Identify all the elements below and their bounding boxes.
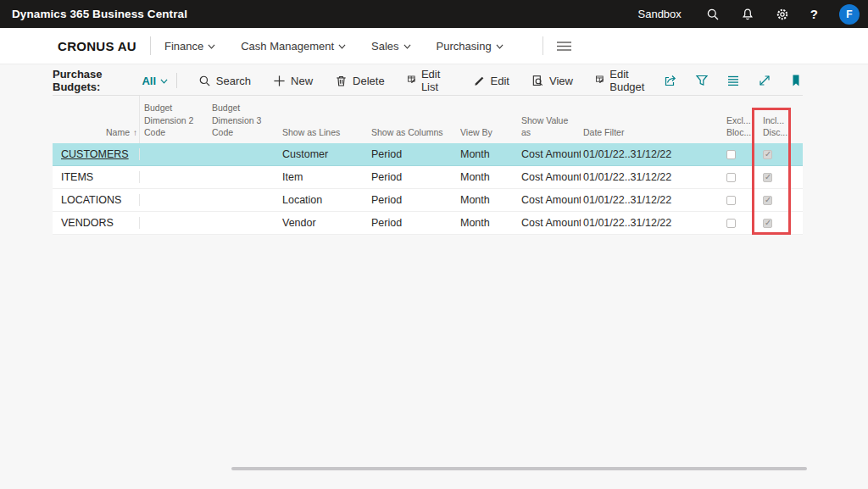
cell-date-filter: 01/01/22..31/12/22 bbox=[581, 171, 716, 183]
edit-list-button[interactable]: Edit List bbox=[407, 68, 451, 93]
chevron-down-icon bbox=[208, 44, 215, 49]
nav-menu-finance[interactable]: Finance bbox=[164, 40, 215, 53]
column-header-show-as-lines[interactable]: Show as Lines bbox=[280, 96, 369, 143]
horizontal-scrollbar[interactable] bbox=[231, 467, 807, 470]
edit-budget-button[interactable]: Edit Budget bbox=[595, 68, 653, 93]
navbar: CRONUS AU Finance Cash Management Sales … bbox=[0, 28, 868, 64]
incl-disc-checkbox[interactable] bbox=[763, 173, 772, 182]
table-row[interactable]: CUSTOMERS ⋮ Customer Period Month Cost A… bbox=[53, 143, 803, 166]
cell-date-filter: 01/01/22..31/12/22 bbox=[581, 148, 716, 160]
cell-show-as-lines: Item bbox=[280, 171, 369, 183]
cell-view-by: Month bbox=[458, 171, 519, 183]
cell-view-by: Month bbox=[458, 217, 519, 229]
excl-blocked-checkbox[interactable] bbox=[726, 150, 736, 159]
topbar: Dynamics 365 Business Central Sandbox ? … bbox=[0, 0, 868, 28]
incl-disc-checkbox[interactable] bbox=[763, 219, 772, 228]
table-row[interactable]: LOCATIONS Location Period Month Cost Amo… bbox=[53, 189, 803, 212]
sort-ascending-icon: ↑ bbox=[133, 127, 137, 139]
column-header-show-as-columns[interactable]: Show as Columns bbox=[369, 96, 458, 143]
cell-view-by: Month bbox=[458, 194, 519, 206]
app-title: Dynamics 365 Business Central bbox=[12, 8, 187, 20]
company-name[interactable]: CRONUS AU bbox=[58, 39, 136, 53]
edit-button[interactable]: Edit bbox=[473, 75, 509, 87]
table-pencil-icon bbox=[595, 75, 604, 87]
cell-date-filter: 01/01/22..31/12/22 bbox=[581, 194, 716, 206]
topbar-actions: Sandbox ? F bbox=[638, 4, 860, 25]
delete-button[interactable]: Delete bbox=[335, 75, 385, 87]
cell-date-filter: 01/01/22..31/12/22 bbox=[581, 217, 716, 229]
settings-gear-icon[interactable] bbox=[776, 8, 789, 21]
table-pencil-icon bbox=[407, 75, 416, 87]
column-header-name[interactable]: Name ↑ bbox=[53, 96, 140, 143]
user-avatar[interactable]: F bbox=[839, 4, 860, 25]
cell-show-value-as: Cost Amount bbox=[519, 148, 581, 160]
search-button[interactable]: Search bbox=[198, 75, 251, 87]
help-icon[interactable]: ? bbox=[810, 7, 818, 21]
cell-show-value-as: Cost Amount bbox=[519, 217, 581, 229]
list-details-icon[interactable] bbox=[726, 74, 740, 87]
toolbar-divider bbox=[176, 73, 177, 88]
filter-icon[interactable] bbox=[695, 74, 709, 87]
row-name-link[interactable]: VENDORS bbox=[61, 217, 114, 229]
nav-menu-purchasing[interactable]: Purchasing bbox=[437, 40, 504, 53]
cell-show-as-columns: Period bbox=[369, 217, 458, 229]
search-icon bbox=[198, 75, 211, 87]
document-magnifier-icon bbox=[531, 75, 544, 87]
more-menu-hamburger-icon[interactable] bbox=[557, 41, 571, 52]
row-name-link[interactable]: LOCATIONS bbox=[61, 194, 121, 206]
purchase-budgets-table: Name ↑ BudgetDimension 2Code BudgetDimen… bbox=[53, 95, 803, 235]
cell-show-as-columns: Period bbox=[369, 148, 458, 160]
ellipsis-menu-icon[interactable]: ⋮ bbox=[139, 148, 140, 160]
chevron-down-icon bbox=[496, 44, 504, 49]
share-icon[interactable] bbox=[664, 74, 677, 87]
cell-show-as-lines: Location bbox=[280, 194, 369, 206]
nav-divider bbox=[542, 36, 543, 55]
nav-menu-sales[interactable]: Sales bbox=[371, 40, 411, 53]
table-row[interactable]: ITEMS Item Period Month Cost Amount 01/0… bbox=[53, 166, 803, 189]
new-button[interactable]: New bbox=[273, 75, 313, 87]
row-name-link[interactable]: CUSTOMERS bbox=[61, 148, 129, 160]
chevron-down-icon bbox=[403, 44, 411, 49]
chevron-down-icon bbox=[160, 79, 168, 84]
nav-menu-cash-management[interactable]: Cash Management bbox=[241, 40, 346, 53]
expand-fullscreen-icon[interactable] bbox=[758, 74, 771, 87]
search-icon[interactable] bbox=[706, 8, 720, 21]
cell-show-value-as: Cost Amount bbox=[519, 194, 581, 206]
cell-show-as-lines: Vendor bbox=[280, 217, 369, 229]
table-row[interactable]: VENDORS Vendor Period Month Cost Amount … bbox=[53, 212, 803, 235]
column-header-excl-blocked[interactable]: Excl...Bloc... bbox=[716, 96, 753, 143]
view-filter-dropdown[interactable]: All bbox=[142, 75, 168, 87]
trash-icon bbox=[335, 75, 348, 87]
row-name-link[interactable]: ITEMS bbox=[61, 171, 93, 183]
list-toolbar: Purchase Budgets: All Search New Delete bbox=[53, 71, 803, 90]
page-title: Purchase Budgets: bbox=[53, 68, 130, 93]
cell-show-value-as: Cost Amount bbox=[519, 171, 581, 183]
incl-disc-checkbox[interactable] bbox=[763, 150, 772, 159]
incl-disc-checkbox[interactable] bbox=[763, 196, 772, 205]
notifications-bell-icon[interactable] bbox=[741, 8, 754, 21]
view-button[interactable]: View bbox=[531, 75, 573, 87]
pencil-icon bbox=[473, 75, 486, 87]
column-header-incl-disc[interactable]: Incl...Disc... bbox=[753, 96, 793, 143]
excl-blocked-checkbox[interactable] bbox=[726, 196, 736, 205]
column-header-show-value-as[interactable]: Show Valueas bbox=[519, 96, 581, 143]
table-header-row: Name ↑ BudgetDimension 2Code BudgetDimen… bbox=[53, 96, 803, 143]
column-header-view-by[interactable]: View By bbox=[458, 96, 519, 143]
column-header-date-filter[interactable]: Date Filter bbox=[581, 96, 716, 143]
excl-blocked-checkbox[interactable] bbox=[726, 173, 736, 182]
column-header-budget-dimension-2-code[interactable]: BudgetDimension 2Code bbox=[140, 96, 208, 143]
cell-show-as-columns: Period bbox=[369, 194, 458, 206]
bookmark-icon[interactable] bbox=[789, 74, 803, 87]
chevron-down-icon bbox=[338, 44, 346, 49]
cell-view-by: Month bbox=[458, 148, 519, 160]
nav-divider bbox=[150, 36, 151, 55]
cell-show-as-columns: Period bbox=[369, 171, 458, 183]
excl-blocked-checkbox[interactable] bbox=[726, 219, 736, 228]
plus-icon bbox=[273, 75, 286, 87]
toolbar-right-icons bbox=[664, 74, 803, 87]
cell-show-as-lines: Customer bbox=[280, 148, 369, 160]
column-header-budget-dimension-3-code[interactable]: BudgetDimension 3Code bbox=[208, 96, 280, 143]
environment-badge[interactable]: Sandbox bbox=[638, 8, 682, 20]
